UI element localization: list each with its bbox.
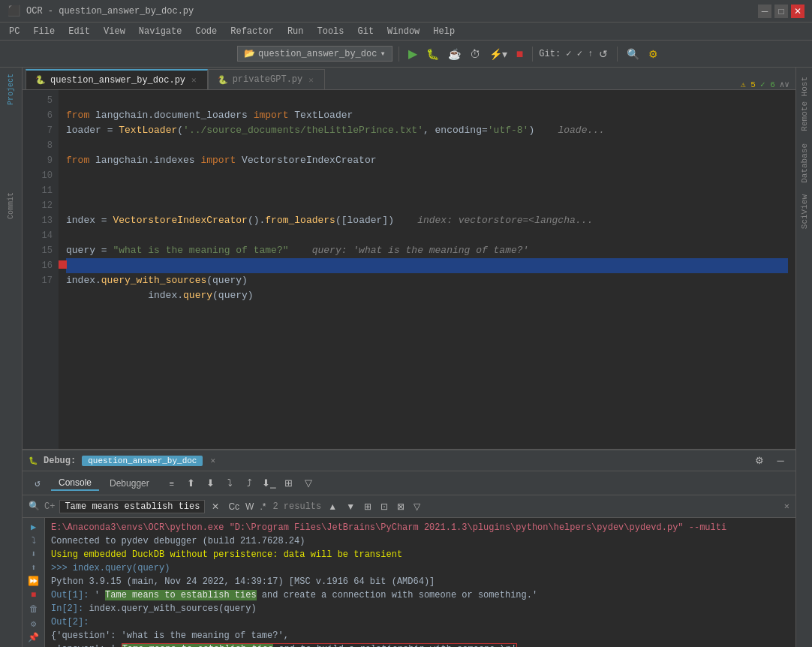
- regex-button[interactable]: .*: [257, 501, 268, 513]
- step-out-button[interactable]: ⤴: [241, 474, 259, 492]
- close-button[interactable]: ✕: [791, 5, 804, 18]
- debug-settings-button[interactable]: ⚙: [750, 452, 768, 470]
- console-area: ▶ ⤵ ⬇ ⬆ ⏩ ■ 🗑 ⚙ 📌 E:\Anaconda3\envs\OCR\…: [23, 518, 795, 647]
- stop-button[interactable]: ■: [513, 46, 527, 62]
- debug-collapse-button[interactable]: ─: [771, 452, 789, 470]
- coverage-button[interactable]: ☕: [445, 47, 464, 62]
- settings-button[interactable]: ⚙: [645, 47, 661, 62]
- highlight-tame-1: Tame means to establish ties: [105, 590, 257, 600]
- code-lines: from langchain.document_loaders import T…: [59, 90, 795, 449]
- right-sidebar: Remote Host Database SciView: [795, 68, 812, 647]
- more-button[interactable]: ⊞: [280, 474, 298, 492]
- branch-selector[interactable]: 📂 question_answer_by_doc ▾: [237, 46, 392, 62]
- code-editor[interactable]: 5 6 7 8 9 10 11 12 13 14 15 16 17: [23, 90, 795, 449]
- expand-results-button[interactable]: ⊞: [362, 501, 374, 513]
- remote-host-label[interactable]: Remote Host: [800, 71, 809, 137]
- code-line-5: [66, 93, 788, 108]
- chevron-down-icon: ▾: [380, 48, 385, 59]
- menu-navigate[interactable]: Navigate: [133, 25, 188, 38]
- step-out-sidebar-button[interactable]: ⬆: [26, 562, 42, 574]
- menu-edit[interactable]: Edit: [62, 25, 96, 38]
- debugger-tab[interactable]: Debugger: [102, 477, 157, 490]
- run-button[interactable]: ▶: [405, 45, 420, 62]
- code-line-13: index = VectorstoreIndexCreator().from_l…: [66, 213, 788, 228]
- debug-settings-sidebar[interactable]: ⚙: [26, 618, 42, 630]
- console-output[interactable]: E:\Anaconda3\envs\OCR\python.exe "D:\Pro…: [45, 518, 795, 647]
- sidebar-icon-commit[interactable]: Commit: [5, 189, 17, 222]
- menu-window[interactable]: Window: [381, 25, 426, 38]
- prev-result-button[interactable]: ▲: [326, 501, 339, 513]
- scroll-down-button[interactable]: ⬇: [202, 474, 220, 492]
- menu-view[interactable]: View: [98, 25, 131, 38]
- tab-question-answer[interactable]: 🐍 question_answer_by_doc.py ✕: [26, 69, 208, 89]
- sciview-label[interactable]: SciView: [800, 188, 809, 235]
- console-tab[interactable]: Console: [51, 476, 99, 491]
- word-button[interactable]: W: [243, 501, 256, 513]
- menu-run[interactable]: Run: [281, 25, 310, 38]
- check-count: ✓ 6: [760, 80, 775, 89]
- revert-button[interactable]: ↺: [596, 47, 611, 62]
- search-bar: 🔍 C+ Tame means establish ties ✕ Cc W .*…: [23, 495, 795, 518]
- answer-highlight-box: Tame means to establish ties and to buil…: [122, 643, 518, 647]
- filter-icon-button[interactable]: ▽: [299, 474, 317, 492]
- menu-pc[interactable]: PC: [3, 25, 26, 38]
- code-line-16: index.query(query): [66, 258, 788, 273]
- debug-button[interactable]: 🐛: [423, 47, 442, 62]
- menu-code[interactable]: Code: [189, 25, 223, 38]
- more-search-options[interactable]: ⊡: [378, 501, 390, 513]
- code-line-15: query = "what is the meaning of tame?" q…: [66, 243, 788, 258]
- tab-privategpt[interactable]: 🐍 privateGPT.py ✕: [208, 69, 325, 89]
- breakpoint-dot: [59, 260, 67, 269]
- maximize-button[interactable]: □: [774, 5, 788, 18]
- menu-help[interactable]: Help: [427, 25, 461, 38]
- notifications: ⚠ 5 ✓ 6 ∧∨: [741, 80, 795, 89]
- tab-close-privategpt[interactable]: ✕: [307, 74, 315, 86]
- search-input-display[interactable]: Tame means establish ties: [59, 500, 205, 513]
- highlight-tame-2: Tame means to establish ties: [122, 644, 274, 647]
- database-label[interactable]: Database: [800, 137, 809, 189]
- search-close-x[interactable]: ✕: [209, 501, 221, 513]
- minimize-button[interactable]: ─: [758, 5, 771, 18]
- python-file-icon: 🐍: [35, 75, 46, 85]
- resume-button[interactable]: ▶: [26, 521, 42, 533]
- search-filter-button[interactable]: ⊠: [395, 501, 407, 513]
- run-to-cursor-button[interactable]: ⏩: [26, 576, 42, 588]
- sidebar-icon-project[interactable]: Project: [5, 71, 17, 108]
- clear-debug-button[interactable]: 🗑: [26, 603, 42, 615]
- debug-session-tab[interactable]: question_answer_by_doc: [82, 456, 203, 466]
- step-into-button[interactable]: ⬇: [26, 548, 42, 560]
- stop-debug-button[interactable]: ■: [26, 589, 42, 601]
- search-tools: Cc W .*: [226, 501, 268, 513]
- debug-header: 🐛 Debug: question_answer_by_doc ✕ ⚙ ─: [23, 450, 795, 471]
- left-sidebar: Project Commit: [0, 68, 23, 647]
- debug-title: Debug:: [44, 456, 76, 466]
- case-button[interactable]: Cc: [226, 501, 242, 513]
- pin-button[interactable]: 📌: [26, 632, 42, 644]
- debug-session-close[interactable]: ✕: [210, 456, 215, 465]
- menu-file[interactable]: File: [27, 25, 61, 38]
- menu-git[interactable]: Git: [352, 25, 380, 38]
- scroll-up-button[interactable]: ⬆: [182, 474, 200, 492]
- center-column: 🐍 question_answer_by_doc.py ✕ 🐍 privateG…: [23, 68, 795, 647]
- debug-restart-button[interactable]: ↺: [27, 473, 48, 494]
- search-settings-button[interactable]: ▽: [411, 501, 423, 513]
- profile-button[interactable]: ⏱: [467, 47, 483, 62]
- more-run-button[interactable]: ⚡▾: [486, 47, 510, 62]
- close-search-button[interactable]: ✕: [784, 501, 789, 512]
- main-layout: Project Commit 🐍 question_answer_by_doc.…: [0, 68, 812, 647]
- clear-console-button[interactable]: ≡: [163, 474, 181, 492]
- console-line-query: >>> index.query(query): [51, 561, 789, 575]
- console-line-python: Python 3.9.15 (main, Nov 24 2022, 14:39:…: [51, 575, 789, 588]
- step-over-button[interactable]: ⤵: [26, 534, 42, 546]
- console-line-path: E:\Anaconda3\envs\OCR\python.exe "D:\Pro…: [51, 521, 789, 534]
- step-button[interactable]: ⤵: [221, 474, 239, 492]
- search-button[interactable]: 🔍: [624, 47, 642, 62]
- code-line-17: index.query_with_sources(query): [66, 273, 788, 288]
- tab-close-question[interactable]: ✕: [190, 74, 198, 86]
- filter-button[interactable]: ⬇⎯: [260, 474, 278, 492]
- next-result-button[interactable]: ▼: [344, 501, 357, 513]
- menu-refactor[interactable]: Refactor: [224, 25, 280, 38]
- expand-icon[interactable]: ∧∨: [780, 80, 789, 89]
- menu-tools[interactable]: Tools: [311, 25, 350, 38]
- console-line-out1: Out[1]: ' Tame means to establish ties a…: [51, 588, 789, 602]
